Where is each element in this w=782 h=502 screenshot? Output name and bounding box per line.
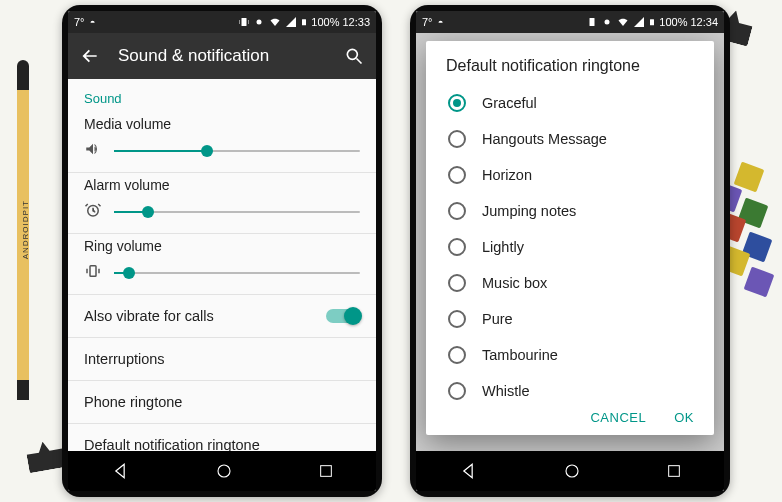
dialog-title: Default notification ringtone	[426, 41, 714, 85]
radio-button[interactable]	[448, 130, 466, 148]
cast-icon	[601, 16, 613, 28]
signal-icon	[633, 16, 645, 28]
page-title: Sound & notification	[118, 46, 326, 66]
switch-toggle[interactable]	[326, 309, 360, 323]
radio-button[interactable]	[448, 274, 466, 292]
svg-point-14	[605, 20, 610, 25]
ringtone-label: Tambourine	[482, 347, 558, 363]
radio-button[interactable]	[448, 94, 466, 112]
status-time: 12:34	[690, 16, 718, 28]
radio-button[interactable]	[448, 346, 466, 364]
battery-percent: 100%	[311, 16, 339, 28]
weather-icon	[436, 17, 446, 27]
svg-point-3	[257, 20, 262, 25]
settings-content[interactable]: Sound Media volumeAlarm volumeRing volum…	[68, 79, 376, 451]
slider-track[interactable]	[114, 150, 360, 152]
slider-vibrate: Ring volume	[68, 234, 376, 294]
nav-home-icon[interactable]	[215, 462, 233, 480]
ringtone-option[interactable]: Horizon	[426, 157, 714, 193]
svg-rect-13	[590, 18, 595, 26]
svg-rect-17	[668, 466, 679, 477]
weather-icon	[88, 17, 98, 27]
ringtone-label: Music box	[482, 275, 547, 291]
svg-point-11	[218, 465, 230, 477]
ringtone-option[interactable]: Jumping notes	[426, 193, 714, 229]
nav-bar	[68, 451, 376, 491]
cast-icon	[253, 16, 265, 28]
ok-button[interactable]: OK	[674, 410, 694, 425]
slider-thumb[interactable]	[123, 267, 135, 279]
back-icon[interactable]	[80, 46, 100, 66]
svg-rect-12	[320, 466, 331, 477]
ringtone-option[interactable]: Graceful	[426, 85, 714, 121]
wifi-icon	[268, 16, 282, 28]
svg-rect-4	[302, 19, 306, 25]
nav-home-icon[interactable]	[563, 462, 581, 480]
ringtone-label: Pure	[482, 311, 513, 327]
status-bar: 7° 100% 12:33	[68, 11, 376, 33]
battery-percent: 100%	[659, 16, 687, 28]
svg-rect-15	[650, 19, 654, 25]
slider-label: Ring volume	[84, 238, 360, 254]
status-bar: 7° 100% 12:34	[416, 11, 724, 33]
row-also-vibrate[interactable]: Also vibrate for calls	[68, 295, 376, 337]
ringtone-option[interactable]: Tambourine	[426, 337, 714, 373]
search-icon[interactable]	[344, 46, 364, 66]
nav-back-icon[interactable]	[458, 461, 478, 481]
wifi-icon	[616, 16, 630, 28]
ringtone-option[interactable]: Pure	[426, 301, 714, 337]
slider-volume-up: Media volume	[68, 112, 376, 172]
radio-button[interactable]	[448, 382, 466, 400]
cancel-button[interactable]: CANCEL	[590, 410, 646, 425]
radio-button[interactable]	[448, 238, 466, 256]
svg-point-16	[566, 465, 578, 477]
status-temperature: 7°	[422, 16, 433, 28]
status-temperature: 7°	[74, 16, 85, 28]
nav-recent-icon[interactable]	[666, 463, 682, 479]
svg-line-6	[357, 59, 362, 64]
signal-icon	[285, 16, 297, 28]
pencil-text: ANDROIDPIT	[21, 200, 30, 259]
nav-bar	[416, 451, 724, 491]
ringtone-list[interactable]: GracefulHangouts MessageHorizonJumping n…	[426, 85, 714, 402]
volume-up-icon	[84, 140, 102, 158]
slider-track[interactable]	[114, 272, 360, 274]
slider-alarm: Alarm volume	[68, 173, 376, 233]
slider-thumb[interactable]	[142, 206, 154, 218]
ringtone-option[interactable]: Hangouts Message	[426, 121, 714, 157]
phone-right: 7° 100% 12:34 GRAIPDNWShow all notificat…	[410, 5, 730, 497]
vibrate-icon	[586, 16, 598, 28]
section-header-sound: Sound	[68, 79, 376, 112]
row-phone-ringtone[interactable]: Phone ringtone	[68, 381, 376, 423]
radio-button[interactable]	[448, 310, 466, 328]
ringtone-label: Horizon	[482, 167, 532, 183]
row-interruptions[interactable]: Interruptions	[68, 338, 376, 380]
ringtone-label: Hangouts Message	[482, 131, 607, 147]
slider-thumb[interactable]	[201, 145, 213, 157]
vibrate-icon	[84, 262, 102, 280]
ringtone-option[interactable]: Whistle	[426, 373, 714, 402]
svg-point-5	[347, 49, 357, 59]
nav-recent-icon[interactable]	[318, 463, 334, 479]
ringtone-option[interactable]: Lightly	[426, 229, 714, 265]
vibrate-icon	[238, 16, 250, 28]
nav-back-icon[interactable]	[110, 461, 130, 481]
row-label: Also vibrate for calls	[84, 308, 214, 324]
radio-button[interactable]	[448, 202, 466, 220]
row-label: Interruptions	[84, 351, 165, 367]
binder-clip	[25, 439, 65, 474]
row-label: Default notification ringtone	[84, 437, 360, 451]
ringtone-label: Graceful	[482, 95, 537, 111]
ringtone-dialog: Default notification ringtone GracefulHa…	[426, 41, 714, 435]
battery-icon	[300, 16, 308, 28]
alarm-icon	[84, 201, 102, 219]
slider-label: Media volume	[84, 116, 360, 132]
radio-button[interactable]	[448, 166, 466, 184]
slider-track[interactable]	[114, 211, 360, 213]
row-default-notification-ringtone[interactable]: Default notification ringtone Graceful	[68, 424, 376, 451]
phone-left: 7° 100% 12:33 Sound & notification Sound…	[62, 5, 382, 497]
ringtone-option[interactable]: Music box	[426, 265, 714, 301]
slider-label: Alarm volume	[84, 177, 360, 193]
svg-rect-8	[90, 266, 96, 277]
row-label: Phone ringtone	[84, 394, 182, 410]
